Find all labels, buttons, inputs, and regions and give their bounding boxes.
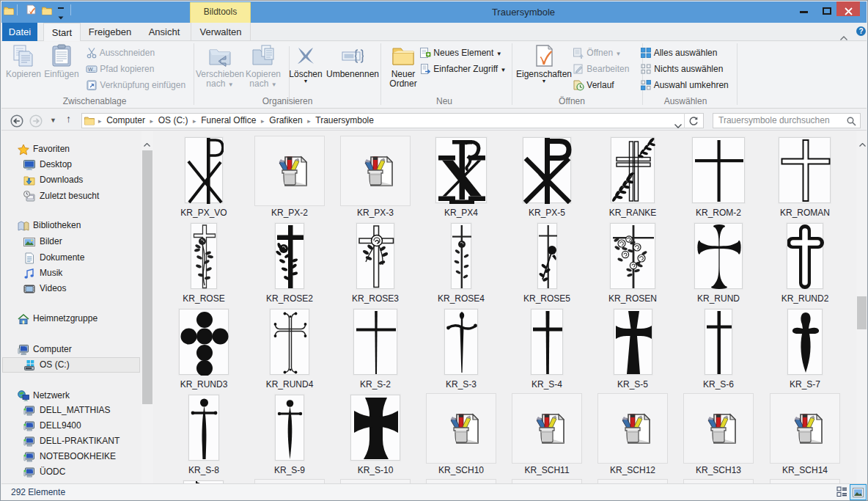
svg-text:W..: W.. (88, 67, 95, 72)
